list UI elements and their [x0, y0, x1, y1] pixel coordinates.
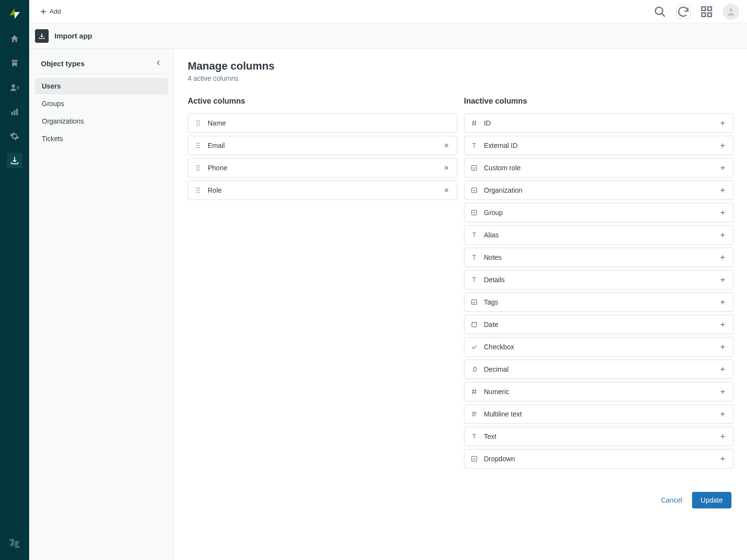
import-app-icon	[35, 29, 49, 43]
svg-point-11	[729, 8, 733, 12]
inactive-column-row[interactable]: Checkbox	[464, 337, 733, 357]
add-button[interactable]: Add	[37, 6, 64, 17]
nav-admin[interactable]	[7, 128, 22, 144]
add-column-button[interactable]	[718, 186, 727, 195]
add-column-button[interactable]	[718, 432, 727, 441]
cancel-button[interactable]: Cancel	[661, 496, 682, 504]
dropdown-icon	[470, 209, 478, 216]
inactive-column-row[interactable]: Organization	[464, 181, 733, 200]
inactive-column-row[interactable]: Tags	[464, 292, 733, 312]
add-column-button[interactable]	[718, 275, 727, 284]
sidebar-item-organizations[interactable]: Organizations	[35, 113, 168, 129]
inactive-column-row[interactable]: Alias	[464, 225, 733, 245]
nav-import-app[interactable]	[7, 153, 22, 168]
sidebar-item-users[interactable]: Users	[35, 78, 168, 94]
remove-column-button[interactable]	[442, 141, 451, 150]
nav-views[interactable]	[7, 55, 22, 71]
add-column-button[interactable]	[718, 298, 727, 307]
search-button[interactable]	[653, 4, 667, 19]
text-icon	[470, 142, 478, 149]
column-label: ID	[484, 119, 712, 127]
inactive-column-row[interactable]: Decimal	[464, 360, 733, 379]
add-column-button[interactable]	[718, 343, 727, 351]
drag-handle-icon[interactable]	[194, 120, 202, 126]
add-button-label: Add	[50, 8, 61, 15]
drag-handle-icon[interactable]	[194, 164, 202, 171]
sidebar-section-header[interactable]: Object types	[35, 57, 168, 74]
hash-icon	[470, 388, 478, 395]
sidebar-item-groups[interactable]: Groups	[35, 95, 168, 112]
svg-rect-40	[472, 323, 477, 327]
svg-point-28	[196, 169, 197, 170]
inactive-column-row[interactable]: Date	[464, 315, 733, 334]
add-column-button[interactable]	[718, 231, 727, 239]
nav-home[interactable]	[7, 31, 22, 47]
inactive-column-row[interactable]: Dropdown	[464, 449, 733, 469]
add-column-button[interactable]	[718, 141, 727, 150]
add-column-button[interactable]	[718, 410, 727, 418]
refresh-button[interactable]	[676, 4, 691, 19]
active-column-row[interactable]: Name	[188, 113, 457, 133]
inactive-column-row[interactable]: Notes	[464, 248, 733, 267]
svg-point-32	[196, 190, 197, 191]
remove-column-button[interactable]	[442, 186, 451, 195]
nav-reporting[interactable]	[7, 104, 22, 120]
inactive-column-row[interactable]: Group	[464, 203, 733, 222]
update-button[interactable]: Update	[692, 492, 731, 508]
text-icon	[470, 232, 478, 238]
inactive-column-row[interactable]: Details	[464, 270, 733, 289]
add-column-button[interactable]	[718, 454, 727, 463]
svg-point-15	[198, 123, 199, 124]
nav-customers[interactable]	[7, 80, 22, 95]
add-column-button[interactable]	[718, 208, 727, 217]
column-label: Group	[484, 209, 712, 217]
dropdown-icon	[470, 164, 478, 171]
add-column-button[interactable]	[718, 387, 727, 396]
dropdown-icon	[470, 455, 478, 462]
drag-handle-icon[interactable]	[194, 142, 202, 149]
add-column-button[interactable]	[718, 320, 727, 329]
remove-column-button[interactable]	[442, 163, 451, 172]
column-label: Text	[484, 433, 712, 440]
column-label: Date	[484, 321, 712, 328]
inactive-column-row[interactable]: Numeric	[464, 382, 733, 401]
svg-point-31	[198, 187, 199, 188]
add-column-button[interactable]	[718, 365, 727, 374]
apps-button[interactable]	[699, 4, 714, 19]
user-avatar[interactable]	[723, 3, 739, 20]
add-column-button[interactable]	[718, 253, 727, 262]
inactive-column-row[interactable]: ID	[464, 113, 733, 133]
svg-point-2	[12, 84, 15, 88]
add-column-button[interactable]	[718, 119, 727, 127]
inactive-column-row[interactable]: Custom role	[464, 158, 733, 178]
active-column-row[interactable]: Phone	[188, 158, 457, 178]
dropdown-icon	[470, 187, 478, 194]
svg-rect-4	[14, 110, 15, 115]
column-label: Custom role	[484, 164, 712, 172]
sidebar-item-tickets[interactable]: Tickets	[35, 130, 168, 147]
svg-rect-38	[472, 210, 477, 215]
add-column-button[interactable]	[718, 163, 727, 172]
svg-point-24	[196, 165, 197, 166]
footer-actions: Cancel Update	[188, 492, 733, 508]
inactive-column-row[interactable]: Text	[464, 427, 733, 446]
column-label: Notes	[484, 253, 712, 261]
check-icon	[470, 343, 478, 350]
svg-point-33	[198, 190, 199, 191]
active-column-row[interactable]: Role	[188, 181, 457, 200]
svg-point-18	[196, 143, 197, 144]
svg-rect-7	[702, 7, 706, 11]
drag-handle-icon[interactable]	[194, 187, 202, 194]
column-label: Phone	[208, 164, 436, 172]
hash-icon	[470, 120, 478, 126]
svg-rect-36	[472, 165, 477, 170]
page-subtitle: 4 active columns	[188, 74, 733, 82]
date-icon	[470, 321, 478, 328]
inactive-column-row[interactable]: Multiline text	[464, 404, 733, 424]
active-column-row[interactable]: Email	[188, 136, 457, 155]
svg-point-30	[196, 187, 197, 188]
column-label: Details	[484, 276, 712, 284]
inactive-columns-heading: Inactive columns	[464, 97, 733, 106]
inactive-column-row[interactable]: External ID	[464, 136, 733, 155]
svg-rect-10	[708, 13, 712, 17]
